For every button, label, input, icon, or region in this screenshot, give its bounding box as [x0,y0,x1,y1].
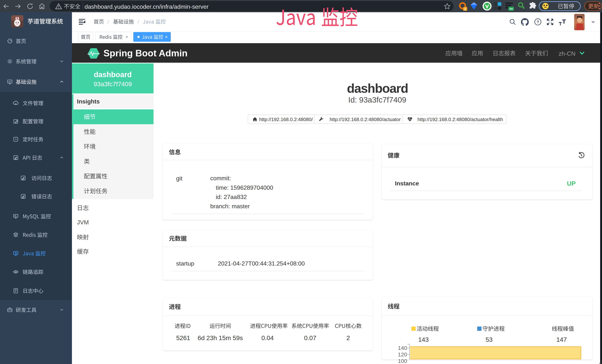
svg-text:on: on [509,7,513,10]
svg-text:?: ? [537,20,539,24]
svg-text:1: 1 [464,7,466,11]
